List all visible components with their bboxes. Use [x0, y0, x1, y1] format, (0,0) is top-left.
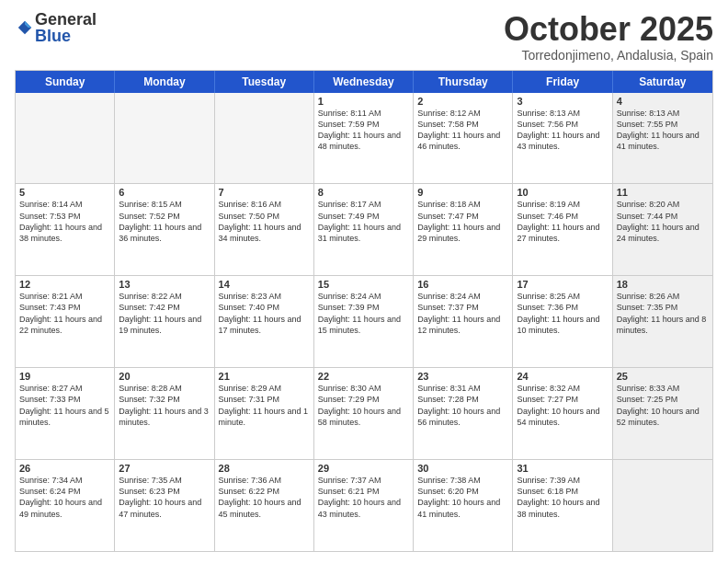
- day-number: 15: [318, 279, 409, 290]
- weekday-header-saturday: Saturday: [613, 71, 712, 93]
- cell-info: Sunrise: 8:28 AM Sunset: 7:32 PM Dayligh…: [119, 383, 210, 428]
- weekday-header-wednesday: Wednesday: [314, 71, 414, 93]
- cell-info: Sunrise: 8:32 AM Sunset: 7:27 PM Dayligh…: [517, 383, 608, 428]
- cell-info: Sunrise: 8:20 AM Sunset: 7:44 PM Dayligh…: [617, 199, 709, 244]
- day-number: 21: [219, 371, 310, 382]
- day-cell-18: 18Sunrise: 8:26 AM Sunset: 7:35 PM Dayli…: [613, 276, 712, 367]
- day-number: 28: [219, 463, 310, 474]
- day-number: 31: [517, 463, 608, 474]
- day-cell-31: 31Sunrise: 7:39 AM Sunset: 6:18 PM Dayli…: [513, 460, 612, 551]
- day-number: 13: [119, 279, 210, 290]
- cell-info: Sunrise: 8:15 AM Sunset: 7:52 PM Dayligh…: [119, 199, 210, 244]
- day-cell-30: 30Sunrise: 7:38 AM Sunset: 6:20 PM Dayli…: [414, 460, 513, 551]
- day-cell-1: 1Sunrise: 8:11 AM Sunset: 7:59 PM Daylig…: [314, 93, 414, 184]
- day-number: 16: [417, 279, 508, 290]
- day-cell-5: 5Sunrise: 8:14 AM Sunset: 7:53 PM Daylig…: [16, 184, 115, 275]
- day-number: 20: [119, 371, 210, 382]
- day-number: 14: [219, 279, 310, 290]
- logo-general: General: [35, 11, 97, 28]
- day-number: 12: [19, 279, 110, 290]
- cell-info: Sunrise: 7:34 AM Sunset: 6:24 PM Dayligh…: [19, 475, 110, 520]
- cell-info: Sunrise: 8:31 AM Sunset: 7:28 PM Dayligh…: [417, 383, 508, 428]
- day-cell-13: 13Sunrise: 8:22 AM Sunset: 7:42 PM Dayli…: [115, 276, 214, 367]
- day-number: 24: [517, 371, 608, 382]
- cell-info: Sunrise: 8:24 AM Sunset: 7:37 PM Dayligh…: [417, 291, 508, 336]
- day-number: 19: [19, 371, 110, 382]
- day-number: 5: [19, 187, 110, 198]
- day-number: 22: [318, 371, 409, 382]
- day-cell-28: 28Sunrise: 7:36 AM Sunset: 6:22 PM Dayli…: [215, 460, 314, 551]
- cell-info: Sunrise: 8:22 AM Sunset: 7:42 PM Dayligh…: [119, 291, 210, 336]
- day-number: 25: [617, 371, 709, 382]
- title-block: October 2025 Torredonjimeno, Andalusia, …: [504, 11, 713, 63]
- calendar-row-2: 12Sunrise: 8:21 AM Sunset: 7:43 PM Dayli…: [16, 275, 712, 367]
- cell-info: Sunrise: 8:13 AM Sunset: 7:55 PM Dayligh…: [617, 108, 709, 153]
- empty-cell-0-0: [16, 93, 115, 184]
- logo: General Blue: [15, 11, 97, 44]
- day-cell-23: 23Sunrise: 8:31 AM Sunset: 7:28 PM Dayli…: [414, 368, 513, 459]
- cell-info: Sunrise: 8:24 AM Sunset: 7:39 PM Dayligh…: [318, 291, 409, 336]
- cell-info: Sunrise: 8:11 AM Sunset: 7:59 PM Dayligh…: [318, 108, 409, 153]
- day-cell-26: 26Sunrise: 7:34 AM Sunset: 6:24 PM Dayli…: [16, 460, 115, 551]
- logo-icon: [17, 19, 33, 36]
- day-cell-11: 11Sunrise: 8:20 AM Sunset: 7:44 PM Dayli…: [613, 184, 712, 275]
- day-cell-17: 17Sunrise: 8:25 AM Sunset: 7:36 PM Dayli…: [513, 276, 612, 367]
- day-number: 23: [417, 371, 508, 382]
- day-cell-9: 9Sunrise: 8:18 AM Sunset: 7:47 PM Daylig…: [414, 184, 513, 275]
- page: General Blue October 2025 Torredonjimeno…: [0, 0, 728, 563]
- day-cell-6: 6Sunrise: 8:15 AM Sunset: 7:52 PM Daylig…: [115, 184, 214, 275]
- day-number: 8: [318, 187, 409, 198]
- day-cell-4: 4Sunrise: 8:13 AM Sunset: 7:55 PM Daylig…: [613, 93, 712, 184]
- cell-info: Sunrise: 7:39 AM Sunset: 6:18 PM Dayligh…: [517, 475, 608, 520]
- cell-info: Sunrise: 8:12 AM Sunset: 7:58 PM Dayligh…: [417, 108, 508, 153]
- weekday-header-friday: Friday: [513, 71, 612, 93]
- cell-info: Sunrise: 8:17 AM Sunset: 7:49 PM Dayligh…: [318, 199, 409, 244]
- day-cell-10: 10Sunrise: 8:19 AM Sunset: 7:46 PM Dayli…: [513, 184, 612, 275]
- cell-info: Sunrise: 8:29 AM Sunset: 7:31 PM Dayligh…: [219, 383, 310, 428]
- logo-text: General Blue: [35, 11, 97, 44]
- day-number: 3: [517, 96, 608, 107]
- cell-info: Sunrise: 8:18 AM Sunset: 7:47 PM Dayligh…: [417, 199, 508, 244]
- month-title: October 2025: [504, 11, 713, 48]
- empty-cell-4-6: [613, 460, 712, 551]
- cell-info: Sunrise: 8:25 AM Sunset: 7:36 PM Dayligh…: [517, 291, 608, 336]
- day-number: 10: [517, 187, 608, 198]
- day-number: 11: [617, 187, 709, 198]
- header: General Blue October 2025 Torredonjimeno…: [15, 11, 713, 63]
- day-cell-7: 7Sunrise: 8:16 AM Sunset: 7:50 PM Daylig…: [215, 184, 314, 275]
- day-number: 1: [318, 96, 409, 107]
- logo-blue: Blue: [35, 28, 97, 44]
- day-cell-3: 3Sunrise: 8:13 AM Sunset: 7:56 PM Daylig…: [513, 93, 612, 184]
- cell-info: Sunrise: 8:19 AM Sunset: 7:46 PM Dayligh…: [517, 199, 608, 244]
- day-number: 6: [119, 187, 210, 198]
- cell-info: Sunrise: 8:21 AM Sunset: 7:43 PM Dayligh…: [19, 291, 110, 336]
- weekday-header-monday: Monday: [115, 71, 214, 93]
- day-cell-29: 29Sunrise: 7:37 AM Sunset: 6:21 PM Dayli…: [314, 460, 414, 551]
- weekday-header-thursday: Thursday: [414, 71, 513, 93]
- location: Torredonjimeno, Andalusia, Spain: [504, 48, 713, 63]
- cell-info: Sunrise: 7:38 AM Sunset: 6:20 PM Dayligh…: [417, 475, 508, 520]
- calendar-row-1: 5Sunrise: 8:14 AM Sunset: 7:53 PM Daylig…: [16, 183, 712, 275]
- day-number: 30: [417, 463, 508, 474]
- cell-info: Sunrise: 8:30 AM Sunset: 7:29 PM Dayligh…: [318, 383, 409, 428]
- calendar-body: 1Sunrise: 8:11 AM Sunset: 7:59 PM Daylig…: [16, 93, 712, 551]
- cell-info: Sunrise: 8:33 AM Sunset: 7:25 PM Dayligh…: [617, 383, 709, 428]
- day-cell-8: 8Sunrise: 8:17 AM Sunset: 7:49 PM Daylig…: [314, 184, 414, 275]
- day-cell-24: 24Sunrise: 8:32 AM Sunset: 7:27 PM Dayli…: [513, 368, 612, 459]
- cell-info: Sunrise: 7:37 AM Sunset: 6:21 PM Dayligh…: [318, 475, 409, 520]
- day-number: 18: [617, 279, 709, 290]
- cell-info: Sunrise: 8:16 AM Sunset: 7:50 PM Dayligh…: [219, 199, 310, 244]
- day-number: 17: [517, 279, 608, 290]
- day-number: 4: [617, 96, 709, 107]
- day-number: 2: [417, 96, 508, 107]
- weekday-header-tuesday: Tuesday: [215, 71, 314, 93]
- cell-info: Sunrise: 8:23 AM Sunset: 7:40 PM Dayligh…: [219, 291, 310, 336]
- cell-info: Sunrise: 7:36 AM Sunset: 6:22 PM Dayligh…: [219, 475, 310, 520]
- day-number: 27: [119, 463, 210, 474]
- calendar-row-0: 1Sunrise: 8:11 AM Sunset: 7:59 PM Daylig…: [16, 93, 712, 184]
- calendar-header: SundayMondayTuesdayWednesdayThursdayFrid…: [16, 71, 712, 93]
- day-cell-19: 19Sunrise: 8:27 AM Sunset: 7:33 PM Dayli…: [16, 368, 115, 459]
- day-cell-15: 15Sunrise: 8:24 AM Sunset: 7:39 PM Dayli…: [314, 276, 414, 367]
- cell-info: Sunrise: 8:13 AM Sunset: 7:56 PM Dayligh…: [517, 108, 608, 153]
- day-number: 26: [19, 463, 110, 474]
